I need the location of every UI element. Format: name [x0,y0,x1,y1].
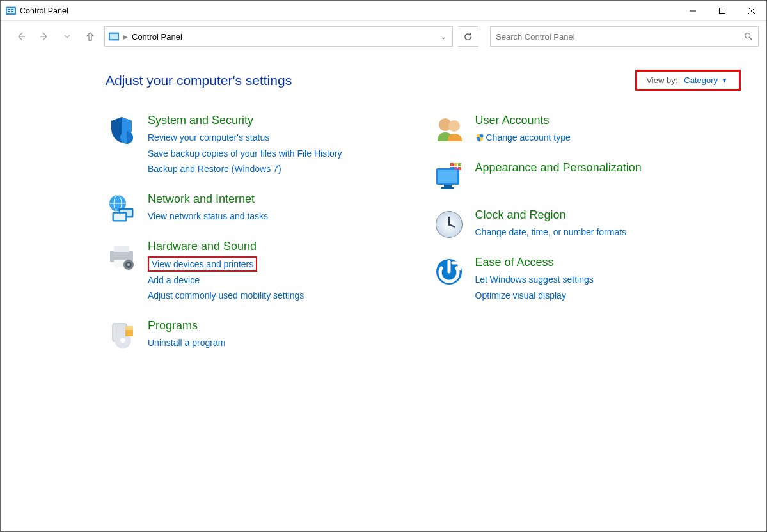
content-area: Adjust your computer's settings View by:… [1,52,766,366]
control-panel-icon [6,6,16,16]
shield-icon [106,114,138,146]
category-ease-of-access: Ease of Access Let Windows suggest setti… [433,256,741,303]
recent-dropdown[interactable] [58,27,76,45]
category-hardware-sound: Hardware and Sound View devices and prin… [106,240,414,304]
category-title[interactable]: Ease of Access [475,256,741,269]
svg-point-32 [120,338,125,343]
window-title: Control Panel [20,6,68,15]
svg-point-29 [127,263,130,266]
back-button[interactable] [12,27,30,45]
svg-rect-46 [458,167,461,170]
chevron-down-icon: ▼ [722,77,727,84]
category-column-left: System and Security Review your computer… [106,114,414,366]
svg-rect-44 [450,167,454,170]
category-title[interactable]: Network and Internet [148,192,414,206]
up-button[interactable] [81,27,99,45]
close-button[interactable] [737,1,766,21]
category-title[interactable]: Appearance and Personalization [475,161,741,175]
link-change-account-type[interactable]: Change account type [475,130,741,146]
svg-rect-23 [114,214,125,220]
svg-rect-45 [454,167,457,170]
nav-row: ▶ Control Panel ⌄ [1,21,766,52]
category-title[interactable]: Clock and Region [475,208,741,222]
user-accounts-icon [433,114,465,146]
forward-button[interactable] [35,27,53,45]
category-system-security: System and Security Review your computer… [106,114,414,177]
link-file-history[interactable]: Save backup copies of your files with Fi… [148,146,414,162]
page-heading: Adjust your computer's settings [106,73,635,88]
view-by-selector[interactable]: View by: Category▼ [635,70,741,91]
minimize-button[interactable] [678,1,708,21]
svg-point-14 [745,33,750,38]
link-uninstall-program[interactable]: Uninstall a program [148,335,414,351]
svg-rect-39 [444,185,452,187]
printer-icon [106,240,138,272]
svg-rect-43 [458,163,461,166]
svg-rect-41 [450,163,454,166]
view-by-value[interactable]: Category▼ [684,75,727,85]
svg-rect-2 [8,9,10,10]
search-input[interactable] [496,32,744,42]
link-suggest-settings[interactable]: Let Windows suggest settings [475,272,741,288]
network-icon [106,192,138,224]
titlebar: Control Panel [1,1,766,21]
svg-point-51 [448,223,450,226]
link-mobility-settings[interactable]: Adjust commonly used mobility settings [148,288,414,304]
category-programs: Programs Uninstall a program [106,319,414,351]
category-network-internet: Network and Internet View network status… [106,192,414,224]
refresh-button[interactable] [458,26,478,47]
svg-rect-4 [8,11,10,12]
svg-point-36 [448,120,460,132]
svg-rect-5 [11,11,13,12]
appearance-icon [433,161,465,193]
svg-rect-38 [438,170,457,183]
category-clock-region: Clock and Region Change date, time, or n… [433,208,741,240]
category-title[interactable]: User Accounts [475,114,741,127]
search-box[interactable] [490,26,759,47]
view-by-label: View by: [646,75,677,85]
clock-icon [433,208,465,240]
svg-rect-25 [114,246,129,252]
address-bar[interactable]: ▶ Control Panel ⌄ [104,26,453,47]
chevron-right-icon: ▶ [123,33,128,40]
maximize-button[interactable] [708,1,737,21]
link-date-time-formats[interactable]: Change date, time, or number formats [475,224,741,240]
svg-rect-3 [11,9,13,10]
link-devices-printers[interactable]: View devices and printers [148,256,257,272]
search-icon[interactable] [744,32,753,41]
svg-line-15 [750,38,752,40]
svg-rect-40 [441,187,454,189]
link-backup-restore[interactable]: Backup and Restore (Windows 7) [148,161,414,177]
category-title[interactable]: Hardware and Sound [148,240,414,253]
svg-rect-7 [720,8,725,13]
category-appearance-personalization: Appearance and Personalization [433,161,741,193]
category-title[interactable]: Programs [148,319,414,332]
ease-of-access-icon [433,256,465,288]
category-title[interactable]: System and Security [148,114,414,127]
uac-shield-icon [475,133,484,142]
link-add-device[interactable]: Add a device [148,272,414,288]
category-column-right: User Accounts Change account type Appear… [433,114,741,366]
category-user-accounts: User Accounts Change account type [433,114,741,146]
breadcrumb[interactable]: Control Panel [132,32,182,42]
svg-rect-34 [125,326,133,330]
programs-icon [106,319,138,351]
svg-rect-13 [110,34,118,39]
link-network-status[interactable]: View network status and tasks [148,208,414,224]
address-dropdown[interactable]: ⌄ [436,33,451,40]
link-review-status[interactable]: Review your computer's status [148,130,414,146]
link-optimize-display[interactable]: Optimize visual display [475,288,741,304]
control-panel-small-icon [109,31,119,42]
svg-rect-42 [454,163,457,166]
